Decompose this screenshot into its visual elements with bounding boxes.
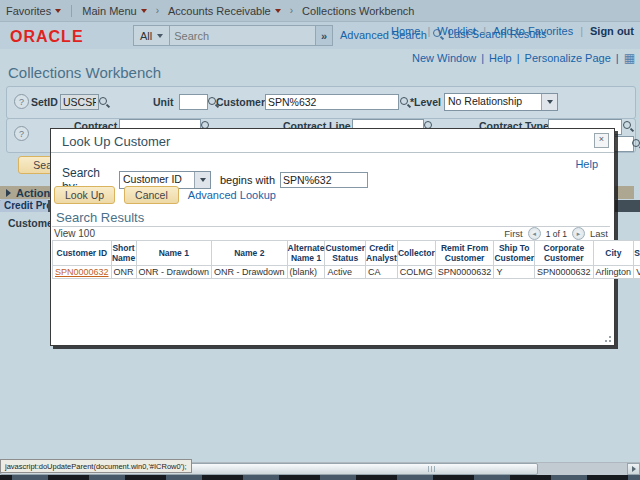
taskbar-edge [0, 475, 640, 480]
link-separator: | [616, 52, 619, 64]
column-header[interactable]: City [593, 241, 634, 266]
modal-help-link[interactable]: Help [575, 158, 598, 170]
background-lookup-icon[interactable] [631, 138, 640, 150]
arrow-right-icon [632, 466, 636, 472]
level-label: *Level [410, 96, 441, 108]
breadcrumb-main-menu[interactable]: Main Menu [76, 5, 152, 17]
search-results-heading: Search Results [56, 210, 144, 225]
help-icon[interactable]: ? [14, 94, 29, 109]
cell-name-2: ONR - Drawdown [212, 266, 288, 279]
cancel-button[interactable]: Cancel [124, 186, 179, 204]
cell-customer-id: SPN0000632 [53, 266, 112, 279]
select-dropdown-button[interactable] [541, 94, 557, 110]
caret-down-icon [55, 9, 61, 13]
pagination: First ◄ 1 of 1 ► Last [504, 227, 608, 240]
breadcrumb: Favorites Main Menu › Accounts Receivabl… [0, 0, 640, 22]
cell-city: Arlington [593, 266, 634, 279]
level-select[interactable]: No Relationship [444, 93, 558, 111]
pagination-first[interactable]: First [504, 228, 522, 239]
next-page-icon[interactable]: ► [572, 227, 585, 240]
customer-id-link[interactable]: SPN0000632 [55, 267, 109, 277]
oracle-logo: ORACLE [10, 28, 84, 46]
worklist-link[interactable]: Worklist [437, 25, 476, 37]
previous-page-icon[interactable]: ◄ [528, 227, 541, 240]
modal-title: Look Up Customer [62, 134, 170, 149]
close-icon[interactable]: × [594, 133, 609, 148]
breadcrumb-accounts-receivable[interactable]: Accounts Receivable [162, 5, 287, 17]
cell-corporate-customer: SPN0000632 [535, 266, 594, 279]
column-header[interactable]: State [634, 241, 640, 266]
help-icon[interactable]: ? [14, 126, 29, 141]
advanced-lookup-link[interactable]: Advanced Lookup [188, 189, 276, 201]
caret-down-icon [157, 34, 163, 38]
column-header[interactable]: Name 1 [136, 241, 212, 266]
column-header[interactable]: Name 2 [212, 241, 288, 266]
tab-credit-profile[interactable]: Credit Profile [0, 199, 48, 212]
pagination-last[interactable]: Last [590, 228, 608, 239]
breadcrumb-favorites[interactable]: Favorites [0, 5, 67, 17]
scrollbar-right-arrow[interactable] [627, 463, 640, 475]
link-separator: | [427, 25, 430, 37]
new-window-link[interactable]: New Window [412, 52, 476, 64]
cell-ship-to-customer: Y [494, 266, 535, 279]
global-search: All » [133, 25, 333, 46]
scrollbar-grip-icon [428, 466, 437, 472]
setid-label: SetID [31, 96, 58, 108]
personalize-page-link[interactable]: Personalize Page [525, 52, 611, 64]
home-link[interactable]: Home [391, 25, 420, 37]
view-100-link[interactable]: View 100 [54, 228, 95, 239]
begins-with-input[interactable] [280, 172, 368, 188]
caret-down-icon [547, 100, 553, 104]
resize-grip[interactable] [603, 334, 612, 343]
customer-input[interactable] [265, 94, 399, 110]
unit-input[interactable] [179, 94, 208, 110]
modal-header: Look Up Customer × [51, 129, 614, 153]
table-row: SPN0000632 ONR ONR - Drawdown ONR - Draw… [53, 266, 640, 279]
link-separator: | [483, 25, 486, 37]
expand-arrow-icon [6, 189, 11, 197]
caret-down-icon [200, 178, 206, 182]
setid-input[interactable] [60, 94, 99, 110]
column-header[interactable]: Credit Analyst [366, 241, 398, 266]
help-link[interactable]: Help [489, 52, 512, 64]
column-header[interactable]: Remit From Customer [435, 241, 494, 266]
global-search-input[interactable] [170, 26, 315, 45]
caret-down-icon [141, 9, 147, 13]
sign-out-link[interactable]: Sign out [590, 25, 634, 37]
search-go-button[interactable]: » [315, 26, 332, 45]
modal-buttons: Look Up Cancel Advanced Lookup [54, 186, 276, 204]
customer-label: Customer [216, 96, 265, 108]
column-header[interactable]: Ship To Customer [494, 241, 535, 266]
browser-status-text: javascript:doUpdateParent(document.win0,… [0, 459, 192, 473]
level-select-value: No Relationship [445, 94, 541, 110]
link-separator: | [517, 52, 520, 64]
cell-customer-status: Active [325, 266, 366, 279]
column-header[interactable]: Customer ID [53, 241, 112, 266]
breadcrumb-collections-workbench[interactable]: Collections Workbench [296, 5, 420, 17]
column-header[interactable]: Short Name [111, 241, 136, 266]
setid-lookup-icon[interactable] [98, 96, 110, 108]
cell-state: VA [634, 266, 640, 279]
breadcrumb-divider [71, 5, 72, 17]
header-links: Home | Worklist | Add to Favorites | Sig… [391, 25, 634, 37]
page-title: Collections Workbench [8, 64, 161, 81]
lookup-customer-modal: Look Up Customer × Help Search by: Custo… [50, 128, 615, 346]
column-header[interactable]: Alternate Name 1 [287, 241, 325, 266]
add-to-favorites-link[interactable]: Add to Favorites [493, 25, 573, 37]
search-scope-value: All [140, 30, 152, 42]
search-scope-select[interactable]: All [134, 26, 170, 45]
pagination-counter: 1 of 1 [546, 229, 567, 239]
breadcrumb-favorites-label: Favorites [6, 5, 51, 17]
look-up-button[interactable]: Look Up [54, 186, 115, 204]
contract-type-lookup-icon[interactable] [622, 120, 634, 132]
breadcrumb-separator: › [290, 5, 293, 16]
column-header[interactable]: Corporate Customer [535, 241, 594, 266]
column-header[interactable]: Customer Status [325, 241, 366, 266]
column-header[interactable]: Collector [397, 241, 435, 266]
grid-toolbar: View 100 First ◄ 1 of 1 ► Last [52, 226, 610, 240]
breadcrumb-main-menu-label: Main Menu [82, 5, 136, 17]
page-action-links: New Window | Help | Personalize Page | ▦ [412, 52, 635, 64]
breadcrumb-accounts-receivable-label: Accounts Receivable [168, 5, 271, 17]
cell-credit-analyst: CA [366, 266, 398, 279]
personalize-grid-icon[interactable]: ▦ [624, 53, 635, 63]
